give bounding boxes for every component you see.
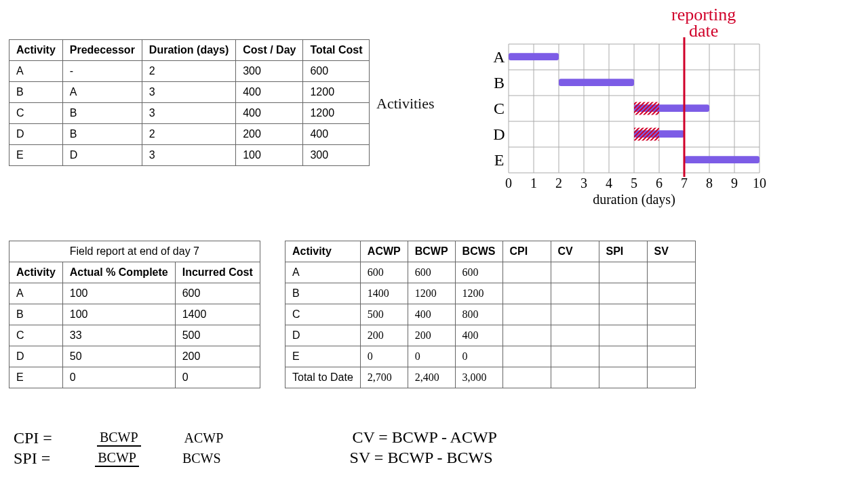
table-row: D200200400: [285, 325, 696, 346]
svg-text:10: 10: [753, 176, 766, 190]
table-row: A100600: [9, 283, 260, 304]
svg-text:5: 5: [631, 176, 637, 190]
field-report-table: Field report at end of day 7 Activity Ac…: [9, 241, 260, 388]
svg-text:3: 3: [580, 176, 587, 190]
table-row: B140012001200: [285, 283, 696, 304]
table-title: Field report at end of day 7: [9, 241, 260, 262]
svg-text:E: E: [494, 151, 505, 169]
table-row: CB34001200: [9, 103, 370, 124]
svg-rect-22: [509, 53, 559, 60]
earned-value-table: Activity ACWP BCWP BCWS CPI CV SPI SV A6…: [285, 241, 696, 388]
table-row: B1001400: [9, 304, 260, 325]
svg-text:D: D: [493, 125, 505, 143]
svg-text:6: 6: [656, 176, 663, 190]
table-row: Total to Date2,7002,4003,000: [285, 367, 696, 388]
table-row: D50200: [9, 346, 260, 367]
svg-text:9: 9: [731, 176, 738, 190]
table-row: E00: [9, 367, 260, 388]
svg-rect-27: [634, 102, 659, 115]
activity-definition-table: Activity Predecessor Duration (days) Cos…: [9, 39, 370, 166]
svg-text:2: 2: [555, 176, 562, 190]
svg-text:4: 4: [606, 176, 612, 190]
col-total-cost: Total Cost: [303, 40, 370, 61]
svg-rect-28: [634, 128, 659, 141]
svg-text:1: 1: [530, 176, 537, 190]
formula-cpi: CPI = BCWPACWP: [14, 428, 307, 447]
svg-text:8: 8: [706, 176, 713, 190]
svg-text:C: C: [494, 100, 505, 117]
table-header-row: Activity Predecessor Duration (days) Cos…: [9, 40, 370, 61]
table-row: ED3100300: [9, 145, 370, 166]
table-row: BA34001200: [9, 82, 370, 103]
table-header-row: Activity Actual % Complete Incurred Cost: [9, 262, 260, 283]
table-row: E000: [285, 346, 696, 367]
formula-cv: CV = BCWP - ACWP: [352, 428, 497, 447]
table-row: C500400800: [285, 304, 696, 325]
gantt-chart: ABCDE012345678910duration (days): [481, 37, 773, 214]
col-cost-day: Cost / Day: [236, 40, 303, 61]
svg-text:0: 0: [505, 176, 512, 190]
svg-text:duration (days): duration (days): [593, 192, 675, 207]
col-duration: Duration (days): [142, 40, 235, 61]
formula-spi: SPI = BCWPBCWS: [14, 448, 305, 468]
svg-rect-23: [559, 79, 634, 86]
col-predecessor: Predecessor: [62, 40, 142, 61]
table-row: A600600600: [285, 262, 696, 283]
svg-text:7: 7: [681, 176, 688, 190]
table-row: A-2300600: [9, 61, 370, 82]
svg-text:B: B: [494, 74, 505, 92]
table-row: DB2200400: [9, 124, 370, 145]
table-row: C33500: [9, 325, 260, 346]
svg-text:A: A: [493, 48, 505, 66]
activities-label: Activities: [376, 95, 435, 113]
svg-rect-26: [684, 156, 760, 163]
formula-sv: SV = BCWP - BCWS: [350, 449, 493, 467]
col-activity: Activity: [9, 40, 63, 61]
reporting-date-label: reporting date: [671, 7, 736, 39]
formulas-row: CPI = BCWPACWP CV = BCWP - ACWP SPI = BC…: [14, 427, 854, 468]
table-header-row: Activity ACWP BCWP BCWS CPI CV SPI SV: [285, 241, 696, 262]
